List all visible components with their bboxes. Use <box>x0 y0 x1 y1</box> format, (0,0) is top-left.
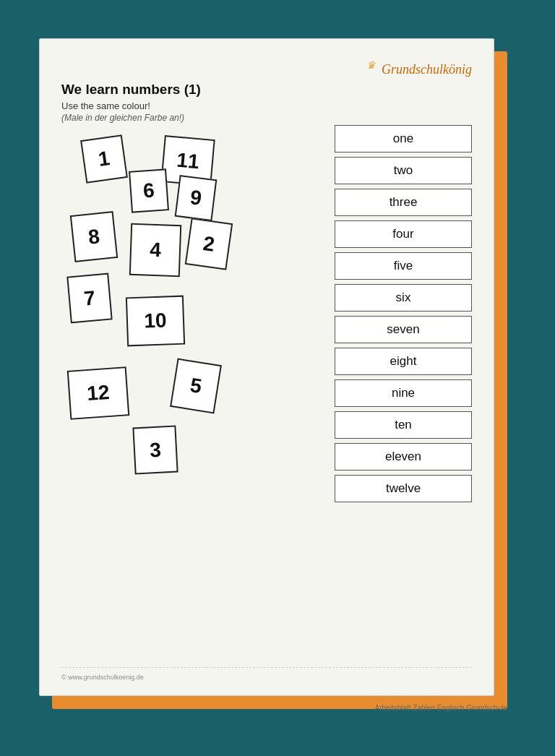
word-box-eight: eight <box>335 348 472 375</box>
word-box-ten: ten <box>335 411 472 439</box>
number-card: 3 <box>132 425 178 474</box>
word-box-two: two <box>335 157 472 184</box>
word-box-twelve: twelve <box>335 475 472 502</box>
word-box-five: five <box>335 252 472 280</box>
logo-text: ♛ Grundschulkönig <box>366 59 473 77</box>
outer-wrapper: ♛ Grundschulkönig We learn numbers (1) U… <box>39 38 516 718</box>
bottom-label: Arbeitsblatt Zahlen Englisch Grundschule <box>375 704 507 712</box>
worksheet: ♛ Grundschulkönig We learn numbers (1) U… <box>39 38 494 696</box>
number-card: 8 <box>70 211 118 262</box>
footer-text: © www.grundschulkoenig.de <box>61 674 144 681</box>
number-card: 10 <box>126 296 185 347</box>
word-box-nine: nine <box>335 379 472 407</box>
logo-area: ♛ Grundschulkönig <box>61 59 472 77</box>
subtitle-german: (Male in der gleichen Farbe an!) <box>61 113 327 123</box>
number-card: 7 <box>66 273 112 324</box>
word-box-three: three <box>335 189 472 216</box>
left-panel: We learn numbers (1) Use the same colour… <box>61 82 335 667</box>
number-card: 1 <box>80 134 128 183</box>
subtitle: Use the same colour! <box>61 100 327 111</box>
page-title: We learn numbers (1) <box>61 82 327 98</box>
number-card: 4 <box>129 223 181 277</box>
word-box-seven: seven <box>335 316 472 343</box>
crown-icon: ♛ <box>366 60 376 71</box>
number-card: 6 <box>129 168 169 212</box>
content-area: We learn numbers (1) Use the same colour… <box>61 82 472 667</box>
number-card: 9 <box>175 175 218 221</box>
numbers-scatter: 111698427101253 <box>61 137 249 571</box>
number-card: 12 <box>67 366 130 420</box>
word-list: onetwothreefourfivesixseveneightninetene… <box>335 82 472 667</box>
word-box-six: six <box>335 284 472 312</box>
number-card: 2 <box>185 218 233 270</box>
number-card: 5 <box>170 358 222 414</box>
word-box-eleven: eleven <box>335 443 472 471</box>
footer: © www.grundschulkoenig.de <box>61 667 472 681</box>
word-box-one: one <box>335 125 472 153</box>
word-box-four: four <box>335 220 472 248</box>
